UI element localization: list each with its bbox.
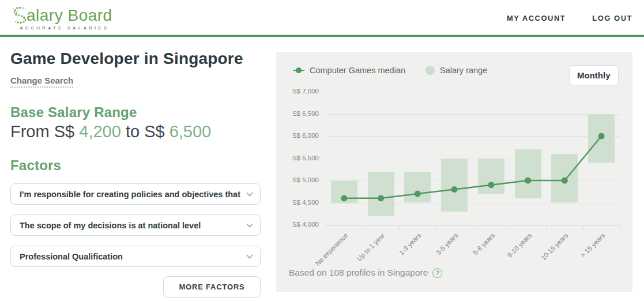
logo-title: alary Board (27, 7, 112, 24)
y-axis-tick-label: S$ 5,000 (284, 176, 319, 183)
salary-max-value: 6,500 (170, 122, 212, 141)
footnote-text: Based on 108 profiles in Singapore (289, 268, 428, 278)
logo[interactable]: alary Board ACCURATE SALARIES (13, 6, 112, 31)
search-result-panel: Game Developer in Singapore Change Searc… (10, 50, 261, 298)
period-select[interactable]: Monthly (569, 65, 619, 85)
factor-dropdown-value: The scope of my decisions is at national… (20, 221, 240, 230)
range-circle-icon (425, 66, 435, 75)
salary-chart-panel: Computer Games median Salary range Month… (276, 52, 632, 292)
median-line-dot-icon (293, 67, 304, 74)
factor-dropdown-scope[interactable]: The scope of my decisions is at national… (10, 215, 261, 236)
y-axis-tick-label: S$ 4,000 (284, 221, 319, 228)
plot-area: No experienceUp to 1 year1-3 years3-5 ye… (326, 92, 620, 225)
median-data-point[interactable] (562, 178, 568, 184)
logo-subtitle: ACCURATE SALARIES (20, 25, 112, 31)
legend-label: Computer Games median (310, 66, 405, 75)
x-axis-tick (583, 225, 583, 229)
salary-min-value: 4,200 (79, 122, 121, 141)
x-axis-tick (363, 225, 363, 229)
salary-from-label: From S$ (10, 122, 74, 141)
chart-footnote: Based on 108 profiles in Singapore ? (289, 268, 442, 278)
factors-heading: Factors (10, 157, 261, 174)
x-axis-tick (326, 225, 326, 229)
median-data-point[interactable] (525, 178, 531, 184)
x-axis-tick (547, 225, 547, 229)
change-search-link[interactable]: Change Search (10, 76, 73, 88)
legend-item-range: Salary range (425, 66, 487, 75)
median-line-series (326, 92, 620, 225)
period-select-value: Monthly (577, 70, 611, 80)
nav-log-out[interactable]: LOG OUT (592, 14, 632, 22)
chevron-down-icon (611, 73, 613, 77)
chart-legend: Computer Games median Salary range (293, 66, 487, 75)
y-axis-tick-label: S$ 5,500 (284, 155, 319, 161)
y-axis-tick-label: S$ 4,500 (284, 199, 319, 206)
factor-dropdown-qualification[interactable]: Professional Qualification (10, 246, 261, 267)
median-data-point[interactable] (451, 186, 458, 193)
header-nav: MY ACCOUNT LOG OUT (507, 14, 632, 22)
y-axis-tick-label: S$ 6,000 (284, 132, 319, 139)
legend-label: Salary range (440, 66, 487, 75)
median-data-point[interactable] (415, 191, 421, 197)
median-data-point[interactable] (488, 182, 494, 188)
factor-dropdown-responsibility[interactable]: I'm responsible for creating policies an… (10, 183, 261, 205)
x-axis-tick (473, 225, 473, 229)
nav-my-account[interactable]: MY ACCOUNT (507, 14, 566, 22)
salary-to-label: to S$ (126, 122, 165, 141)
header-divider (0, 35, 644, 37)
x-axis-tick (620, 225, 620, 229)
median-data-point[interactable] (378, 195, 384, 201)
page-title: Game Developer in Singapore (10, 50, 261, 68)
salary-range-heading: Base Salary Range (10, 104, 261, 121)
salary-range-value: From S$ 4,200 to S$ 6,500 (10, 122, 261, 141)
x-axis-tick (436, 225, 436, 229)
factor-dropdown-value: Professional Qualification (20, 252, 240, 261)
header: alary Board ACCURATE SALARIES MY ACCOUNT… (0, 0, 644, 35)
legend-item-median: Computer Games median (293, 66, 405, 75)
factor-dropdown-value: I'm responsible for creating policies an… (20, 190, 240, 199)
chevron-down-icon (246, 223, 253, 228)
y-axis-tick-label: S$ 7,000 (284, 88, 319, 95)
logo-dotted-s-icon (13, 6, 28, 24)
x-axis-tick (400, 225, 400, 229)
median-data-point[interactable] (598, 133, 605, 140)
more-factors-button[interactable]: MORE FACTORS (163, 276, 261, 298)
chevron-down-icon (246, 254, 253, 259)
chevron-down-icon (246, 192, 253, 197)
x-axis-tick (510, 225, 510, 229)
median-data-point[interactable] (341, 195, 347, 201)
y-axis-tick-label: S$ 6,500 (284, 110, 319, 117)
help-question-icon[interactable]: ? (432, 268, 442, 278)
